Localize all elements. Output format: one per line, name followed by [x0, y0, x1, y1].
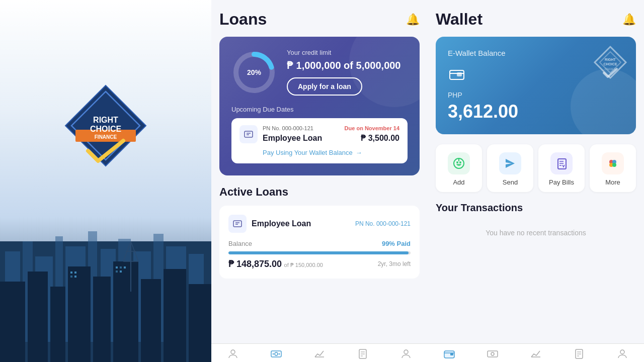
svg-rect-45: [245, 131, 253, 137]
logo-container: RIGHT CHOICE FINANCE: [60, 80, 151, 173]
svg-rect-36: [120, 270, 122, 273]
loan-stats: Balance 99% Paid: [228, 240, 411, 247]
active-loan-header: Employee Loan PN No. 000-000-121: [228, 215, 411, 233]
wallet-person-icon: [616, 348, 628, 360]
doc-icon: [357, 348, 369, 360]
wallet-nav-icon: [443, 348, 455, 360]
nav-loans-doc[interactable]: [341, 348, 384, 360]
add-icon: [448, 152, 470, 174]
loan-of-amount: of ₱ 150,000.00: [284, 262, 323, 268]
svg-rect-85: [488, 351, 498, 357]
nav-loans-person1[interactable]: [211, 348, 255, 360]
svg-rect-22: [68, 266, 91, 362]
balance-label: Balance: [228, 240, 252, 247]
svg-rect-28: [70, 272, 72, 274]
svg-text:FINANCE: FINANCE: [95, 134, 117, 140]
send-button[interactable]: Send: [487, 144, 533, 192]
svg-rect-25: [141, 279, 161, 362]
person1-icon: [227, 348, 239, 360]
nav-loans-chart[interactable]: [298, 348, 341, 360]
active-loan-icon: [228, 215, 247, 233]
wallet-currency: PHP: [448, 91, 624, 99]
credit-top: 20% Your credit limit ₱ 1,000,000 of 5,0…: [231, 49, 408, 96]
svg-text:RIGHT: RIGHT: [605, 58, 616, 61]
credit-label: Your credit limit: [287, 49, 408, 56]
pay-wallet-link[interactable]: Pay Using Your Wallet Balance →: [263, 149, 399, 156]
paid-label: 99% Paid: [382, 240, 411, 247]
due-loan-name-row: Employee Loan ₱ 3,500.00: [263, 133, 399, 143]
send-icon: [499, 152, 521, 174]
svg-rect-48: [233, 221, 242, 227]
main-content: Loans 🔔 20% Your credit limit ₱ 1,000,00…: [211, 0, 644, 362]
due-card: PN No. 000-000-121 Due on November 14 Em…: [231, 118, 408, 163]
svg-text:20%: 20%: [247, 68, 262, 76]
svg-point-81: [404, 350, 408, 354]
pay-bills-icon: [550, 152, 573, 174]
wallet-balance-label: E-Wallet Balance: [448, 49, 624, 57]
loan-footer: ₱ 148,875.00 of ₱ 150,000.00 2yr, 3mo le…: [228, 258, 411, 269]
nav-loans-cash[interactable]: [255, 348, 298, 360]
svg-point-71: [231, 350, 235, 354]
svg-rect-26: [164, 269, 186, 362]
svg-rect-24: [113, 261, 138, 362]
apply-loan-button[interactable]: Apply for a loan: [287, 77, 362, 96]
svg-point-86: [491, 352, 494, 355]
loan-duration: 2yr, 3mo left: [378, 260, 411, 267]
wallet-chart-icon: [530, 348, 542, 360]
loan-progress-fill: [228, 251, 409, 254]
cash-icon: [270, 348, 282, 360]
due-card-inner: PN No. 000-000-121 Due on November 14 Em…: [239, 125, 399, 156]
svg-rect-21: [50, 287, 65, 362]
wallet-amount: 3,612.00: [448, 101, 624, 122]
active-loans-title: Active Loans: [219, 186, 420, 199]
due-pn-number: PN No. 000-000-121: [263, 125, 313, 131]
wallet-title: Wallet: [436, 10, 482, 29]
nav-wallet-chart[interactable]: [514, 348, 557, 360]
svg-rect-29: [74, 272, 76, 274]
add-label: Add: [453, 178, 464, 186]
wallet-doc-icon: [573, 348, 585, 360]
send-label: Send: [503, 178, 518, 186]
pay-bills-button[interactable]: Pay Bills: [538, 144, 585, 192]
nav-wallet-doc[interactable]: [557, 348, 601, 360]
more-button[interactable]: More: [590, 144, 636, 192]
svg-point-61: [459, 161, 461, 163]
credit-info: Your credit limit ₱ 1,000,000 of 5,000,0…: [287, 49, 408, 96]
due-details: PN No. 000-000-121 Due on November 14 Em…: [263, 125, 399, 156]
svg-rect-30: [70, 276, 72, 278]
pay-bills-label: Pay Bills: [549, 178, 574, 186]
no-transactions-text: You have no recent transactions: [436, 229, 636, 237]
svg-rect-63: [558, 159, 566, 169]
wallet-cash-icon: [487, 348, 499, 360]
transactions-title: Your Transactions: [436, 202, 636, 214]
loan-icon: [239, 125, 258, 143]
loan-progress-bar: [228, 251, 411, 254]
svg-point-92: [620, 350, 624, 354]
svg-point-60: [456, 161, 458, 163]
more-label: More: [605, 178, 620, 186]
add-button[interactable]: Add: [436, 144, 482, 192]
nav-loans-person2[interactable]: [384, 348, 428, 360]
nav-wallet-person[interactable]: [601, 348, 644, 360]
chart-icon: [313, 348, 326, 360]
left-panel: RIGHT CHOICE FINANCE: [0, 0, 211, 362]
wallet-section: Wallet 🔔 RIGHT CHOICE FINANCE E-Wallet B…: [428, 0, 644, 362]
credit-amount: ₱ 1,000,000 of 5,000,000: [287, 59, 408, 71]
loans-bell-icon[interactable]: 🔔: [406, 13, 420, 26]
svg-rect-27: [189, 284, 211, 362]
wallet-bell-icon[interactable]: 🔔: [622, 13, 636, 26]
svg-rect-72: [271, 351, 281, 357]
svg-text:RIGHT: RIGHT: [93, 116, 118, 124]
loan-balance: ₱ 148,875.00: [228, 259, 282, 269]
credit-card: 20% Your credit limit ₱ 1,000,000 of 5,0…: [219, 37, 420, 175]
svg-text:CHOICE: CHOICE: [603, 62, 617, 66]
svg-text:FINANCE: FINANCE: [605, 67, 616, 70]
active-loan-pn: PN No. 000-000-121: [355, 220, 411, 227]
nav-wallet-main[interactable]: [428, 348, 471, 360]
active-loan-card: Employee Loan PN No. 000-000-121 Balance…: [219, 206, 420, 279]
nav-wallet-cash[interactable]: [471, 348, 514, 360]
wallet-bottom-nav: [428, 343, 644, 362]
svg-rect-31: [74, 276, 76, 278]
active-loan-name: Employee Loan: [252, 219, 350, 228]
svg-rect-23: [93, 277, 111, 362]
